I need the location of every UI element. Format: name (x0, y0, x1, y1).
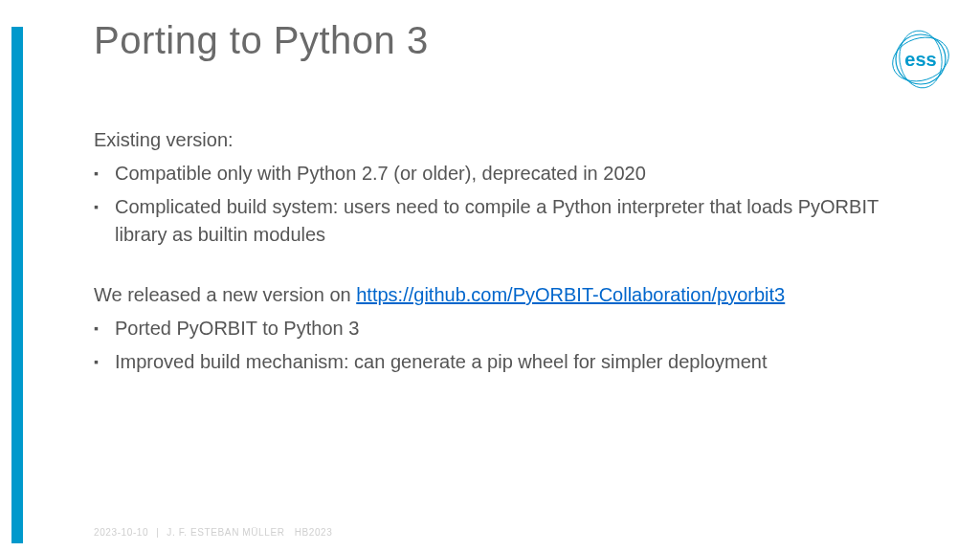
accent-bar (11, 27, 23, 543)
ess-logo: ess (888, 27, 953, 92)
slide-footer: 2023-10-10|J. F. ESTEBAN MÜLLER HB2023 (94, 527, 332, 538)
section1-label: Existing version: (94, 126, 923, 154)
slide-body: Existing version: Compatible only with P… (94, 126, 923, 382)
section1-list: Compatible only with Python 2.7 (or olde… (94, 160, 923, 249)
list-item: Ported PyORBIT to Python 3 (94, 315, 923, 342)
section2-prefix: We released a new version on (94, 284, 356, 305)
list-item: Complicated build system: users need to … (94, 193, 923, 249)
slide-title: Porting to Python 3 (94, 19, 429, 62)
list-item: Improved build mechanism: can generate a… (94, 348, 923, 376)
footer-author: J. F. ESTEBAN MÜLLER (167, 527, 284, 538)
footer-date: 2023-10-10 (94, 527, 148, 538)
logo-text: ess (904, 49, 936, 70)
footer-event: HB2023 (295, 527, 333, 538)
slide: ess Porting to Python 3 Existing version… (0, 0, 980, 551)
footer-sep: | (156, 527, 159, 538)
section2-label: We released a new version on https://git… (94, 281, 923, 309)
section2-list: Ported PyORBIT to Python 3 Improved buil… (94, 315, 923, 376)
pyorbit3-link[interactable]: https://github.com/PyORBIT-Collaboration… (356, 284, 785, 305)
list-item: Compatible only with Python 2.7 (or olde… (94, 160, 923, 187)
